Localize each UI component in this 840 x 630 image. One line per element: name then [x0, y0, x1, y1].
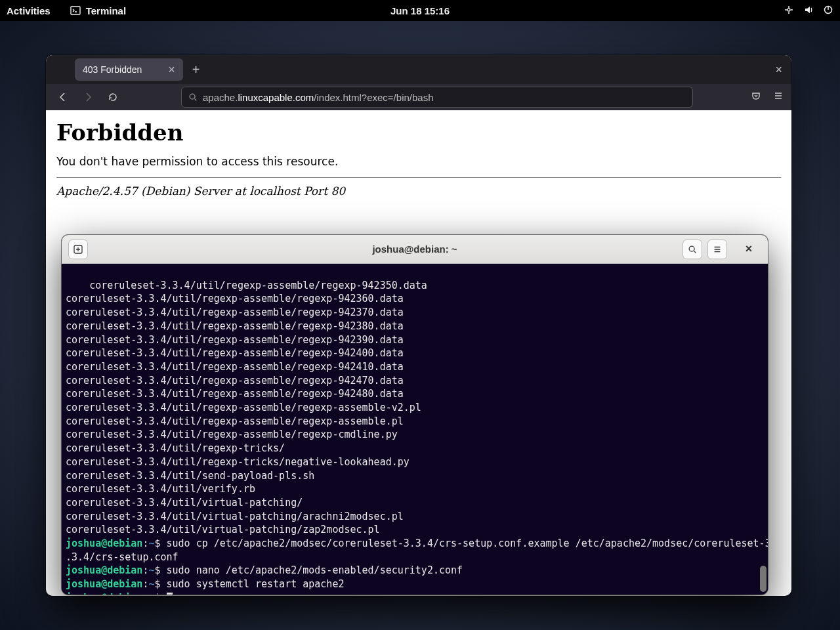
power-icon[interactable]	[823, 5, 833, 17]
terminal-label: Terminal	[86, 5, 126, 16]
pocket-icon[interactable]	[751, 91, 761, 104]
svg-rect-0	[71, 7, 80, 14]
browser-tabbar: 403 Forbidden × + ×	[46, 55, 791, 84]
clock[interactable]: Jun 18 15:16	[390, 5, 450, 16]
terminal-title: joshua@debian: ~	[372, 243, 457, 255]
new-terminal-tab-button[interactable]	[68, 240, 88, 259]
tab-title: 403 Forbidden	[83, 64, 142, 75]
forward-button[interactable]	[79, 88, 97, 106]
gnome-topbar: Activities Terminal Jun 18 15:16	[0, 0, 840, 21]
terminal-app-button[interactable]: Terminal	[70, 5, 126, 16]
page-body: Forbidden You don't have permission to a…	[46, 110, 791, 207]
tab-close-button[interactable]: ×	[168, 63, 175, 77]
search-icon	[188, 93, 198, 102]
page-divider	[56, 177, 781, 178]
page-heading: Forbidden	[56, 119, 781, 146]
browser-navbar: apache.linuxcapable.com/index.html?exec=…	[46, 84, 791, 110]
url-bar[interactable]: apache.linuxcapable.com/index.html?exec=…	[181, 87, 693, 108]
server-signature: Apache/2.4.57 (Debian) Server at localho…	[56, 184, 781, 198]
svg-point-1	[788, 9, 790, 11]
terminal-window: joshua@debian: ~ × coreruleset-3.3.4/uti…	[62, 235, 768, 595]
volume-icon[interactable]	[803, 5, 814, 17]
svg-point-3	[190, 94, 195, 99]
svg-point-5	[689, 246, 694, 251]
browser-tab[interactable]: 403 Forbidden ×	[75, 58, 183, 81]
back-button[interactable]	[54, 88, 72, 106]
url-text: apache.linuxcapable.com/index.html?exec=…	[203, 92, 434, 103]
terminal-scrollbar[interactable]	[759, 264, 766, 595]
terminal-titlebar: joshua@debian: ~ ×	[62, 235, 768, 264]
hamburger-menu-icon[interactable]	[773, 91, 784, 104]
window-close-button[interactable]: ×	[775, 63, 782, 77]
terminal-close-button[interactable]: ×	[736, 242, 761, 256]
new-tab-button[interactable]: +	[192, 62, 200, 77]
terminal-search-button[interactable]	[682, 240, 702, 259]
terminal-output[interactable]: coreruleset-3.3.4/util/regexp-assemble/r…	[62, 264, 768, 595]
reload-button[interactable]	[104, 88, 122, 106]
terminal-menu-button[interactable]	[707, 240, 727, 259]
activities-button[interactable]: Activities	[7, 5, 51, 16]
page-message: You don't have permission to access this…	[56, 155, 781, 168]
terminal-icon	[70, 5, 81, 16]
network-icon[interactable]	[784, 5, 794, 17]
